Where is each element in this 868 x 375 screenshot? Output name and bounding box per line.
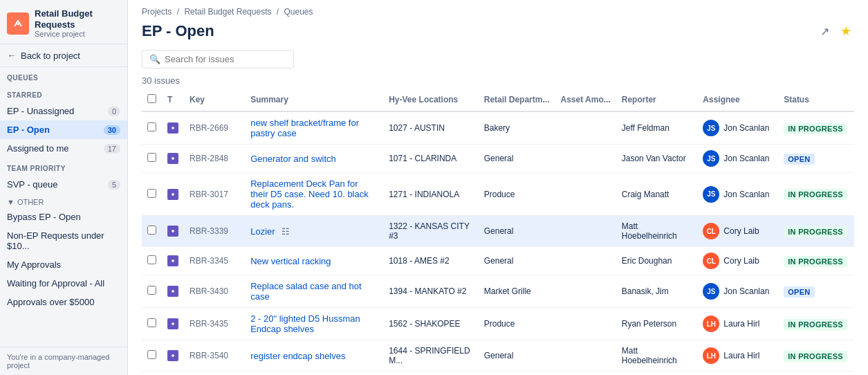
sidebar: Retail Budget Requests Service project ←… <box>0 0 128 375</box>
assignee-cell: JS Jon Scanlan <box>703 120 773 136</box>
row-checkbox[interactable] <box>147 189 156 198</box>
breadcrumb-retail-budget[interactable]: Retail Budget Requests <box>184 7 271 17</box>
row-location: 1644 - SPRINGFIELD M... <box>383 340 479 372</box>
row-checkbox[interactable] <box>147 318 156 327</box>
row-reporter: Jeff Feldman <box>616 111 698 145</box>
row-location: 1027 - AUSTIN <box>383 111 479 145</box>
row-summary[interactable]: new shelf bracket/frame for pastry case <box>245 111 383 145</box>
row-checkbox[interactable] <box>147 153 156 162</box>
other-section-toggle[interactable]: ▼ OTHER <box>0 194 127 208</box>
row-summary[interactable]: Replace salad case and hot case <box>245 275 383 308</box>
queues-label: Queues <box>0 67 127 84</box>
status-badge: IN PROGRESS <box>784 123 847 134</box>
col-header-key[interactable]: Key <box>184 89 245 111</box>
row-key: RBR-3345 <box>184 247 245 275</box>
breadcrumb-sep-1: / <box>177 7 179 17</box>
project-info: Retail Budget Requests Service project <box>35 8 120 38</box>
row-type <box>162 372 184 376</box>
team-priority-label: TEAM PRIORITY <box>0 158 127 175</box>
preview-icon[interactable]: ☷ <box>281 226 290 237</box>
row-checkbox[interactable] <box>147 350 156 359</box>
assignee-name: Jon Scanlan <box>723 154 769 163</box>
row-summary[interactable]: Generator and switch <box>245 145 383 173</box>
row-location: 1562 - SHAKOPEE <box>383 308 479 340</box>
row-summary[interactable]: register endcap shelves <box>245 340 383 372</box>
col-header-status[interactable]: Status <box>778 89 854 111</box>
issues-table: T Key Summary Hy-Vee Locations Retail De… <box>142 89 854 375</box>
sidebar-item-waiting-approval[interactable]: Waiting for Approval - All <box>0 274 127 293</box>
row-location: 1394 - MANKATO #2 <box>383 275 479 308</box>
row-checkbox[interactable] <box>147 255 156 264</box>
row-checkbox[interactable] <box>147 122 156 131</box>
starred-label: Starred <box>0 84 127 102</box>
row-dept: Market Grille <box>479 275 555 308</box>
back-to-project-button[interactable]: ← Back to project <box>0 44 127 67</box>
col-header-reporter[interactable]: Reporter <box>616 89 698 111</box>
row-checkbox[interactable] <box>147 226 156 235</box>
row-location: 1271 - INDIANOLA <box>383 173 479 216</box>
row-checkbox-cell <box>142 111 162 145</box>
row-assignee: JS Jon Scanlan <box>697 275 778 308</box>
sidebar-item-assigned-to-me[interactable]: Assigned to me 17 <box>0 139 127 158</box>
svg-point-1 <box>17 23 19 25</box>
col-header-dept[interactable]: Retail Departm... <box>479 89 555 111</box>
row-key: RBR-3628 <box>184 372 245 376</box>
breadcrumb-queues[interactable]: Queues <box>284 7 313 17</box>
col-header-asset[interactable]: Asset Amo... <box>555 89 616 111</box>
search-box: 🔍 <box>142 50 294 68</box>
assignee-name: Jon Scanlan <box>723 190 769 199</box>
sidebar-item-ep-open[interactable]: EP - Open 30 <box>0 120 127 139</box>
row-summary[interactable]: 2 - 20" lighted D5 Hussman Endcap shelve… <box>245 308 383 340</box>
table-row: RBR-3435 2 - 20" lighted D5 Hussman Endc… <box>142 308 854 340</box>
issue-type-icon <box>167 350 178 361</box>
row-summary[interactable]: Replacement Deck Pan for their D5 case. … <box>245 173 383 216</box>
row-status: IN PROGRESS <box>778 372 854 376</box>
back-icon: ← <box>7 50 17 61</box>
search-input[interactable] <box>165 54 286 64</box>
col-header-type[interactable]: T <box>162 89 184 111</box>
row-key: RBR-3339 <box>184 216 245 247</box>
row-assignee: JS Jon Scanlan <box>697 145 778 173</box>
row-asset <box>555 111 616 145</box>
row-type <box>162 340 184 372</box>
row-type <box>162 173 184 216</box>
row-location: 1018 - AMES #2 <box>383 247 479 275</box>
row-location: 1159 - DUBUQUE #1 <box>383 372 479 376</box>
row-summary[interactable]: Lozier ☷ <box>245 216 383 247</box>
sidebar-item-svp-queue[interactable]: SVP - queue 5 <box>0 175 127 194</box>
sidebar-item-bypass-ep[interactable]: Bypass EP - Open <box>0 208 127 226</box>
row-summary[interactable]: shelves for black checkstand end <box>245 372 383 376</box>
row-dept: Bakery <box>479 111 555 145</box>
avatar: JS <box>703 283 719 300</box>
row-assignee: LH Laura Hirl <box>697 372 778 376</box>
breadcrumb-projects[interactable]: Projects <box>142 7 172 17</box>
status-badge: IN PROGRESS <box>784 226 847 237</box>
row-status: IN PROGRESS <box>778 308 854 340</box>
row-status: OPEN <box>778 145 854 173</box>
row-checkbox-cell <box>142 372 162 376</box>
row-dept: Produce <box>479 173 555 216</box>
row-checkbox-cell <box>142 173 162 216</box>
col-header-summary[interactable]: Summary <box>245 89 383 111</box>
sidebar-item-non-ep[interactable]: Non-EP Requests under $10... <box>0 226 127 255</box>
assignee-cell: LH Laura Hirl <box>703 315 773 332</box>
row-summary[interactable]: New vertical racking <box>245 247 383 275</box>
col-header-location[interactable]: Hy-Vee Locations <box>383 89 479 111</box>
issues-table-container: T Key Summary Hy-Vee Locations Retail De… <box>128 89 868 375</box>
sidebar-item-my-approvals[interactable]: My Approvals <box>0 255 127 274</box>
row-key: RBR-3540 <box>184 340 245 372</box>
issue-type-icon <box>167 189 178 200</box>
select-all-checkbox[interactable] <box>147 94 156 103</box>
sidebar-item-ep-unassigned[interactable]: EP - Unassigned 0 <box>0 102 127 120</box>
row-assignee: LH Laura Hirl <box>697 340 778 372</box>
row-checkbox[interactable] <box>147 286 156 295</box>
row-checkbox-cell <box>142 340 162 372</box>
sidebar-item-approvals-5000[interactable]: Approvals over $5000 <box>0 293 127 311</box>
status-badge: OPEN <box>784 154 814 165</box>
assignee-cell: JS Jon Scanlan <box>703 186 773 203</box>
assignee-name: Jon Scanlan <box>723 123 769 133</box>
external-link-button[interactable]: ↗ <box>818 22 832 41</box>
col-header-assignee[interactable]: Assignee <box>697 89 778 111</box>
star-button[interactable]: ★ <box>838 21 854 42</box>
project-logo <box>7 12 29 35</box>
